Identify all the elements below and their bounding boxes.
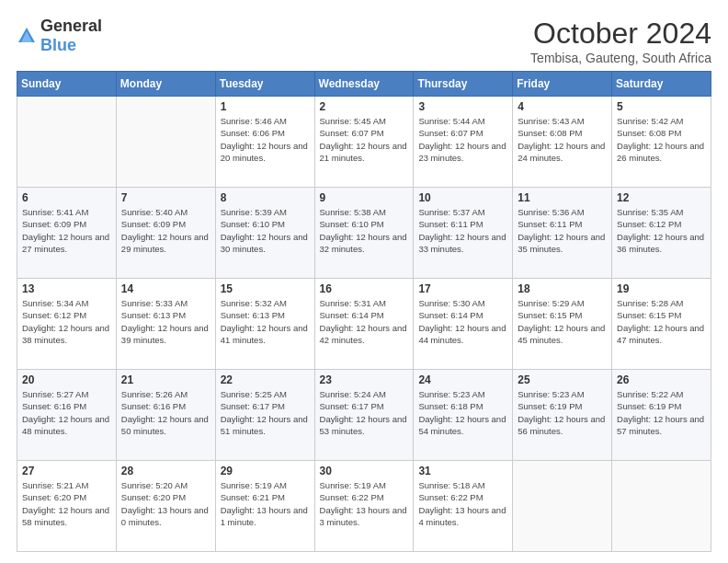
day-info: Sunrise: 5:20 AMSunset: 6:20 PMDaylight:… [121,479,210,528]
logo: General Blue [17,17,102,55]
month-title: October 2024 [530,17,711,51]
day-number: 18 [518,282,607,295]
table-row [116,97,215,188]
col-friday: Friday [513,72,612,97]
day-info: Sunrise: 5:23 AMSunset: 6:18 PMDaylight:… [418,388,507,437]
day-info: Sunrise: 5:25 AMSunset: 6:17 PMDaylight:… [221,388,310,437]
col-monday: Monday [116,72,215,97]
table-row [513,461,612,552]
day-number: 22 [221,373,310,386]
table-row: 25Sunrise: 5:23 AMSunset: 6:19 PMDayligh… [513,370,612,461]
day-number: 1 [221,100,310,113]
col-sunday: Sunday [17,72,117,97]
day-info: Sunrise: 5:46 AMSunset: 6:06 PMDaylight:… [221,115,310,164]
table-row: 17Sunrise: 5:30 AMSunset: 6:14 PMDayligh… [414,279,513,370]
calendar-table: Sunday Monday Tuesday Wednesday Thursday… [17,71,711,552]
day-info: Sunrise: 5:19 AMSunset: 6:21 PMDaylight:… [221,479,310,528]
day-info: Sunrise: 5:18 AMSunset: 6:22 PMDaylight:… [418,479,507,528]
page: General Blue October 2024 Tembisa, Gaute… [0,0,728,563]
table-row: 4Sunrise: 5:43 AMSunset: 6:08 PMDaylight… [513,97,612,188]
calendar-header-row: Sunday Monday Tuesday Wednesday Thursday… [17,72,711,97]
table-row: 1Sunrise: 5:46 AMSunset: 6:06 PMDaylight… [215,97,314,188]
day-info: Sunrise: 5:37 AMSunset: 6:11 PMDaylight:… [418,206,507,255]
day-info: Sunrise: 5:38 AMSunset: 6:10 PMDaylight:… [320,206,409,255]
day-info: Sunrise: 5:40 AMSunset: 6:09 PMDaylight:… [121,206,210,255]
day-number: 9 [320,191,409,204]
table-row: 31Sunrise: 5:18 AMSunset: 6:22 PMDayligh… [414,461,513,552]
day-info: Sunrise: 5:19 AMSunset: 6:22 PMDaylight:… [320,479,409,528]
day-info: Sunrise: 5:23 AMSunset: 6:19 PMDaylight:… [518,388,607,437]
table-row: 18Sunrise: 5:29 AMSunset: 6:15 PMDayligh… [513,279,612,370]
day-info: Sunrise: 5:30 AMSunset: 6:14 PMDaylight:… [418,297,507,346]
calendar-week-row: 6Sunrise: 5:41 AMSunset: 6:09 PMDaylight… [17,188,711,279]
col-thursday: Thursday [414,72,513,97]
calendar-week-row: 13Sunrise: 5:34 AMSunset: 6:12 PMDayligh… [17,279,711,370]
location-subtitle: Tembisa, Gauteng, South Africa [530,51,711,65]
day-info: Sunrise: 5:27 AMSunset: 6:16 PMDaylight:… [22,388,111,437]
logo-icon [17,26,37,46]
day-number: 26 [617,373,706,386]
table-row: 22Sunrise: 5:25 AMSunset: 6:17 PMDayligh… [215,370,314,461]
calendar-week-row: 27Sunrise: 5:21 AMSunset: 6:20 PMDayligh… [17,461,711,552]
table-row: 20Sunrise: 5:27 AMSunset: 6:16 PMDayligh… [17,370,117,461]
day-info: Sunrise: 5:39 AMSunset: 6:10 PMDaylight:… [221,206,310,255]
table-row [17,97,117,188]
day-number: 4 [518,100,607,113]
day-number: 10 [418,191,507,204]
day-number: 15 [221,282,310,295]
day-number: 19 [617,282,706,295]
day-info: Sunrise: 5:33 AMSunset: 6:13 PMDaylight:… [121,297,210,346]
day-number: 7 [121,191,210,204]
day-info: Sunrise: 5:34 AMSunset: 6:12 PMDaylight:… [22,297,111,346]
table-row: 27Sunrise: 5:21 AMSunset: 6:20 PMDayligh… [17,461,117,552]
table-row: 28Sunrise: 5:20 AMSunset: 6:20 PMDayligh… [116,461,215,552]
header: General Blue October 2024 Tembisa, Gaute… [17,17,711,65]
day-number: 14 [121,282,210,295]
col-tuesday: Tuesday [215,72,314,97]
day-info: Sunrise: 5:41 AMSunset: 6:09 PMDaylight:… [22,206,111,255]
day-info: Sunrise: 5:22 AMSunset: 6:19 PMDaylight:… [617,388,706,437]
day-number: 13 [22,282,111,295]
day-number: 6 [22,191,111,204]
table-row: 7Sunrise: 5:40 AMSunset: 6:09 PMDaylight… [116,188,215,279]
day-info: Sunrise: 5:21 AMSunset: 6:20 PMDaylight:… [22,479,111,528]
day-number: 16 [320,282,409,295]
day-number: 30 [320,465,409,477]
table-row: 13Sunrise: 5:34 AMSunset: 6:12 PMDayligh… [17,279,117,370]
day-number: 5 [617,100,706,113]
logo-text: General Blue [40,17,102,55]
table-row: 10Sunrise: 5:37 AMSunset: 6:11 PMDayligh… [414,188,513,279]
table-row: 15Sunrise: 5:32 AMSunset: 6:13 PMDayligh… [215,279,314,370]
table-row: 6Sunrise: 5:41 AMSunset: 6:09 PMDaylight… [17,188,117,279]
title-block: October 2024 Tembisa, Gauteng, South Afr… [530,17,711,65]
day-number: 8 [221,191,310,204]
table-row [612,461,711,552]
day-info: Sunrise: 5:42 AMSunset: 6:08 PMDaylight:… [617,115,706,164]
table-row: 24Sunrise: 5:23 AMSunset: 6:18 PMDayligh… [414,370,513,461]
col-wednesday: Wednesday [314,72,414,97]
day-number: 12 [617,191,706,204]
day-number: 20 [22,373,111,386]
table-row: 5Sunrise: 5:42 AMSunset: 6:08 PMDaylight… [612,97,711,188]
day-number: 23 [320,373,409,386]
table-row: 14Sunrise: 5:33 AMSunset: 6:13 PMDayligh… [116,279,215,370]
calendar-week-row: 1Sunrise: 5:46 AMSunset: 6:06 PMDaylight… [17,97,711,188]
calendar-week-row: 20Sunrise: 5:27 AMSunset: 6:16 PMDayligh… [17,370,711,461]
day-info: Sunrise: 5:35 AMSunset: 6:12 PMDaylight:… [617,206,706,255]
day-number: 29 [221,465,310,477]
day-info: Sunrise: 5:29 AMSunset: 6:15 PMDaylight:… [518,297,607,346]
table-row: 23Sunrise: 5:24 AMSunset: 6:17 PMDayligh… [314,370,414,461]
day-number: 28 [121,465,210,477]
day-number: 11 [518,191,607,204]
day-info: Sunrise: 5:26 AMSunset: 6:16 PMDaylight:… [121,388,210,437]
table-row: 2Sunrise: 5:45 AMSunset: 6:07 PMDaylight… [314,97,414,188]
table-row: 11Sunrise: 5:36 AMSunset: 6:11 PMDayligh… [513,188,612,279]
day-info: Sunrise: 5:44 AMSunset: 6:07 PMDaylight:… [418,115,507,164]
table-row: 12Sunrise: 5:35 AMSunset: 6:12 PMDayligh… [612,188,711,279]
day-number: 25 [518,373,607,386]
day-info: Sunrise: 5:45 AMSunset: 6:07 PMDaylight:… [320,115,409,164]
table-row: 8Sunrise: 5:39 AMSunset: 6:10 PMDaylight… [215,188,314,279]
day-number: 2 [320,100,409,113]
day-number: 21 [121,373,210,386]
day-number: 31 [418,465,507,477]
